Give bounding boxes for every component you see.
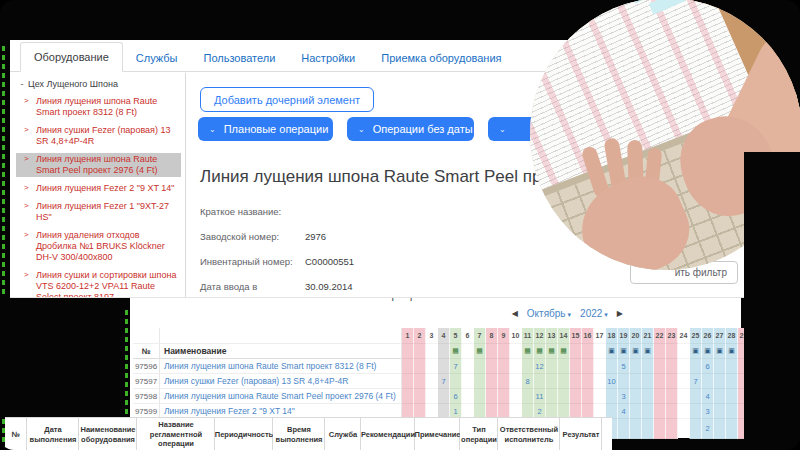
tab-Службы[interactable]: Службы	[123, 44, 191, 72]
chevron-down-icon: ⌄	[209, 125, 216, 134]
operation-count-cell[interactable]: 7	[438, 374, 450, 389]
day-header[interactable]: 3	[426, 328, 438, 344]
calendar-done-icon: ▣	[620, 347, 627, 355]
day-header[interactable]: 2	[414, 328, 426, 344]
operation-count-cell[interactable]: 7	[690, 374, 702, 389]
dropdown-button-1[interactable]: ⌄Плановые операции+	[198, 117, 333, 141]
operation-count-cell[interactable]: 10	[606, 374, 618, 389]
day-header[interactable]: 26	[702, 328, 714, 344]
field-row: Инвентарный номер:C00000551	[200, 256, 354, 267]
day-header[interactable]: 18	[606, 328, 618, 344]
day-header[interactable]: 22	[654, 328, 666, 344]
tree-root-item[interactable]: -Цех Лущеного Шпона	[16, 79, 181, 90]
day-header[interactable]: 24	[678, 328, 690, 344]
operation-count-cell[interactable]: 7	[450, 359, 462, 374]
plus-icon: +	[336, 122, 343, 136]
day-header[interactable]: 25	[690, 328, 702, 344]
day-header[interactable]: 15	[570, 328, 582, 344]
day-header[interactable]: 16	[582, 328, 594, 344]
day-header[interactable]: 19	[618, 328, 630, 344]
history-column-header: Наименование оборудования	[79, 418, 137, 450]
operation-count-cell[interactable]: 3	[702, 404, 714, 419]
tree-item[interactable]: >Линия удаления отходов Дробилка №1 BRUK…	[16, 229, 181, 264]
month-select[interactable]: Октябрь▾	[527, 308, 571, 319]
day-header[interactable]: 6	[462, 328, 474, 344]
field-row: Краткое название:	[200, 206, 354, 217]
tab-Оборудование[interactable]: Оборудование	[20, 42, 123, 72]
history-column-header: Время выполнения	[273, 418, 325, 450]
schedule-panel: График ТОиР⚙ ◀ Октябрь▾ 2022▾ ▶ 12345678…	[130, 284, 741, 438]
calendar-done-icon: ▣	[632, 347, 639, 355]
schedule-row: 97598Линия лущения шпона Raute Smart Pee…	[133, 389, 774, 404]
history-column-header: Примечание	[415, 418, 460, 450]
tab-Настройки[interactable]: Настройки	[288, 44, 368, 72]
history-column-header: №	[5, 418, 27, 450]
history-column-header: Название регламентной операции	[137, 418, 215, 450]
day-header[interactable]: 27	[714, 328, 726, 344]
history-column-header: Результат	[560, 418, 602, 450]
tree-item[interactable]: >Линия сушки Fezer (паровая) 13 SR 4,8+4…	[16, 124, 181, 148]
history-column-header: Тип операции	[460, 418, 498, 450]
tree-item[interactable]: >Линия лущения Fezer 1 "9XT-27 HS"	[16, 200, 181, 224]
history-column-header: Периодичность	[215, 418, 273, 450]
day-header[interactable]: 28	[726, 328, 738, 344]
calendar-done-icon: ▣	[608, 347, 615, 355]
calendar-done-icon: ▣	[728, 347, 735, 355]
operation-count-cell[interactable]: 8	[522, 374, 534, 389]
year-select[interactable]: 2022▾	[580, 308, 608, 319]
day-header[interactable]: 7	[474, 328, 486, 344]
day-header[interactable]: 17	[594, 328, 606, 344]
month-navigation: ◀ Октябрь▾ 2022▾ ▶	[512, 308, 623, 319]
calendar-planned-icon: ▦	[548, 347, 555, 355]
tab-Пользователи[interactable]: Пользователи	[191, 44, 289, 72]
background-mask	[744, 152, 800, 450]
screenshot-canvas: График ТОиР⚙ ◀ Октябрь▾ 2022▾ ▶ 12345678…	[0, 0, 800, 450]
history-column-header: Ответственный исполнитель	[498, 418, 560, 450]
day-header[interactable]: 14	[558, 328, 570, 344]
day-header[interactable]: 4	[438, 328, 450, 344]
schedule-row: 97597Линия сушки Fezer (паровая) 13 SR 4…	[133, 374, 774, 389]
equipment-link[interactable]: Линия лущения шпона Raute Smart проект 8…	[160, 359, 402, 374]
tree-item[interactable]: >Линия лущения Fezer 2 "9 XT 14"	[16, 182, 181, 195]
history-table-header: №Дата выполненияНаименование оборудовани…	[5, 417, 612, 450]
tree-item[interactable]: >Линия сушки и сортировки шпона VTS 6200…	[16, 269, 181, 297]
day-header[interactable]: 9	[498, 328, 510, 344]
day-header[interactable]: 1	[402, 328, 414, 344]
prev-month-arrow-icon[interactable]: ◀	[512, 309, 518, 318]
operation-count-cell[interactable]: 5	[618, 359, 630, 374]
plus-icon: +	[481, 122, 488, 136]
calendar-planned-icon: ▦	[476, 347, 483, 355]
next-month-arrow-icon[interactable]: ▶	[617, 309, 623, 318]
operation-count-cell[interactable]: 6	[450, 389, 462, 404]
tree-item[interactable]: >Линия лущения шпона Raute Smart проект …	[16, 95, 181, 119]
chevron-down-icon: ▾	[604, 311, 608, 318]
add-child-button[interactable]: Добавить дочерний элемент	[200, 87, 374, 112]
dropdown-button-2[interactable]: ⌄Операции без даты+	[347, 117, 474, 141]
day-header[interactable]: 21	[642, 328, 654, 344]
operation-count-cell[interactable]: 11	[534, 389, 546, 404]
history-column-header: Рекомендации	[361, 418, 415, 450]
operation-count-cell[interactable]: 12	[534, 359, 546, 374]
day-header[interactable]: 20	[630, 328, 642, 344]
day-header[interactable]: 13	[546, 328, 558, 344]
tree-item[interactable]: >Линия лущения шпона Raute Smart Peel пр…	[16, 153, 181, 177]
operation-count-cell[interactable]: 2	[702, 419, 714, 439]
operation-count-cell[interactable]: 6	[702, 359, 714, 374]
equipment-link[interactable]: Линия сушки Fezer (паровая) 13 SR 4,8+4P…	[160, 374, 402, 389]
operation-count-cell[interactable]: 4	[702, 389, 714, 404]
operation-count-cell[interactable]: 3	[618, 389, 630, 404]
operation-count-cell[interactable]: 4	[618, 404, 630, 419]
day-header[interactable]: 8	[486, 328, 498, 344]
day-header[interactable]: 5	[450, 328, 462, 344]
chevron-down-icon: ⌄	[499, 125, 506, 134]
day-header[interactable]: 23	[666, 328, 678, 344]
calendar-planned-icon: ▦	[452, 347, 459, 355]
calendar-done-icon: ▣	[644, 347, 651, 355]
day-header[interactable]: 11	[522, 328, 534, 344]
tab-Приемка оборудования[interactable]: Приемка оборудования	[368, 44, 514, 72]
equipment-link[interactable]: Линия лущения шпона Raute Smart Peel про…	[160, 389, 402, 404]
green-dashed-line	[125, 310, 128, 414]
day-header[interactable]: 12	[534, 328, 546, 344]
day-header[interactable]: 10	[510, 328, 522, 344]
calendar-done-icon: ▣	[692, 347, 699, 355]
